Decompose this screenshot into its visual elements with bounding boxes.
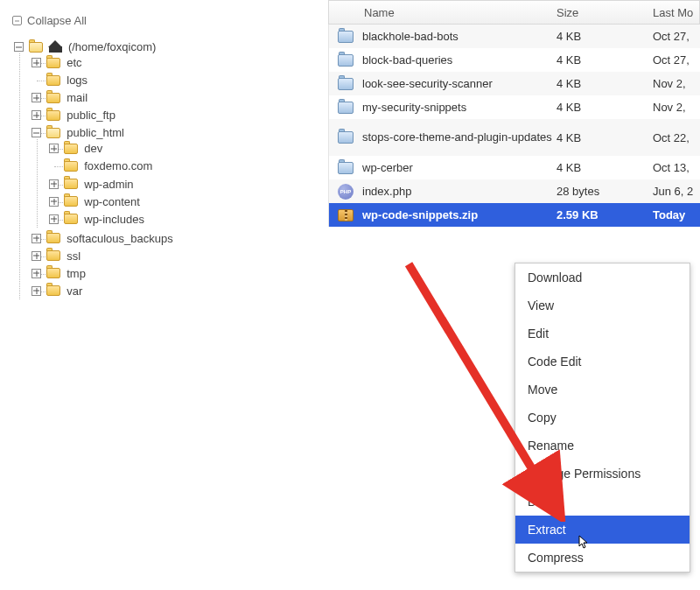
column-header-name[interactable]: Name	[329, 6, 556, 19]
collapse-toggle-icon[interactable]	[14, 42, 24, 52]
folder-icon	[338, 54, 354, 67]
expand-toggle-icon[interactable]	[32, 286, 41, 296]
folder-icon	[64, 144, 78, 154]
tree-item-etc[interactable]: etc	[32, 53, 319, 71]
tree-item-logs[interactable]: logs	[32, 71, 319, 88]
menu-item-compress[interactable]: Compress	[515, 544, 690, 572]
table-row[interactable]: my-security-snippets 4 KB Nov 2,	[328, 95, 700, 119]
expand-toggle-icon[interactable]	[49, 214, 59, 224]
folder-icon	[338, 162, 354, 174]
folder-icon	[338, 78, 354, 90]
tree-item-softaculous[interactable]: softaculous_backups	[32, 229, 319, 247]
context-menu: Download View Edit Code Edit Move Copy R…	[514, 263, 690, 572]
collapse-label: Collapse All	[27, 14, 87, 27]
tree-item-wp-content[interactable]: wp-content	[49, 193, 319, 210]
table-row[interactable]: wp-cerber 4 KB Oct 13,	[328, 156, 700, 179]
folder-icon	[46, 75, 60, 86]
expand-toggle-icon[interactable]	[32, 58, 41, 67]
expand-toggle-icon[interactable]	[32, 251, 41, 261]
folder-icon	[46, 58, 60, 68]
folder-icon	[46, 285, 60, 296]
table-row-selected[interactable]: wp-code-snippets.zip 2.59 KB Today	[328, 203, 700, 227]
folder-icon	[338, 131, 354, 144]
folder-open-icon	[46, 128, 60, 138]
expand-toggle-icon[interactable]	[32, 110, 41, 120]
folder-icon	[64, 179, 78, 189]
home-icon	[49, 41, 62, 53]
folder-icon	[64, 196, 78, 207]
php-file-icon: PHP	[338, 184, 354, 200]
tree-item-wp-includes[interactable]: wp-includes	[49, 210, 319, 228]
menu-item-extract[interactable]: Extract	[515, 516, 690, 544]
folder-icon	[46, 93, 60, 103]
home-path-label: (/home/foxqicom)	[68, 40, 156, 53]
tree-item-ssl[interactable]: ssl	[32, 247, 319, 264]
folder-tree-panel: Collapse All (/home/foxqicom) etc logs	[0, 0, 328, 590]
folder-icon	[338, 31, 354, 43]
table-row[interactable]: PHP index.php 28 bytes Jun 6, 2	[328, 179, 700, 203]
expand-toggle-icon[interactable]	[49, 179, 59, 189]
tree-item-wp-admin[interactable]: wp-admin	[49, 175, 319, 193]
tree-item-var[interactable]: var	[32, 282, 319, 299]
menu-item-copy[interactable]: Copy	[515, 404, 690, 432]
menu-item-rename[interactable]: Rename	[515, 432, 690, 460]
collapse-all-button[interactable]: Collapse All	[12, 14, 319, 27]
tree-item-foxdemo[interactable]: foxdemo.com	[49, 157, 319, 174]
folder-icon	[46, 250, 60, 261]
menu-item-code-edit[interactable]: Code Edit	[515, 348, 690, 376]
collapse-toggle-icon[interactable]	[32, 128, 41, 137]
menu-item-download[interactable]: Download	[515, 263, 690, 291]
tree-item-tmp[interactable]: tmp	[32, 264, 319, 282]
table-row[interactable]: look-see-security-scanner 4 KB Nov 2,	[328, 72, 700, 95]
folder-open-icon	[29, 42, 43, 53]
column-header-size[interactable]: Size	[556, 6, 653, 19]
table-header: Name Size Last Mo	[328, 0, 700, 25]
menu-item-delete[interactable]: Delete	[515, 488, 690, 516]
menu-item-move[interactable]: Move	[515, 376, 690, 404]
tree-item-dev[interactable]: dev	[49, 139, 319, 157]
table-row[interactable]: blackhole-bad-bots 4 KB Oct 27,	[328, 25, 700, 48]
folder-icon	[64, 161, 78, 172]
zip-file-icon	[338, 209, 354, 221]
folder-icon	[46, 110, 60, 121]
expand-toggle-icon[interactable]	[49, 144, 59, 153]
folder-icon	[338, 102, 354, 114]
tree-root[interactable]: (/home/foxqicom) etc logs mail	[14, 38, 319, 301]
menu-item-edit[interactable]: Edit	[515, 320, 690, 348]
expand-toggle-icon[interactable]	[32, 234, 41, 243]
expand-toggle-icon[interactable]	[32, 269, 41, 278]
tree-item-mail[interactable]: mail	[32, 88, 319, 106]
column-header-modified[interactable]: Last Mo	[653, 6, 699, 19]
table-row[interactable]: block-bad-queries 4 KB Oct 27,	[328, 48, 700, 72]
tree-item-public-html[interactable]: public_html dev foxdemo.com	[32, 123, 319, 228]
folder-icon	[46, 268, 60, 278]
expand-toggle-icon[interactable]	[32, 93, 41, 102]
expand-toggle-icon[interactable]	[49, 197, 59, 207]
menu-item-permissions[interactable]: Change Permissions	[515, 460, 690, 488]
collapse-icon	[12, 16, 22, 25]
tree-item-public-ftp[interactable]: public_ftp	[32, 106, 319, 123]
table-row[interactable]: stops-core-theme-and-plugin-updates 4 KB…	[328, 119, 700, 156]
menu-item-view[interactable]: View	[515, 291, 690, 320]
folder-icon	[64, 214, 78, 224]
folder-icon	[46, 233, 60, 243]
